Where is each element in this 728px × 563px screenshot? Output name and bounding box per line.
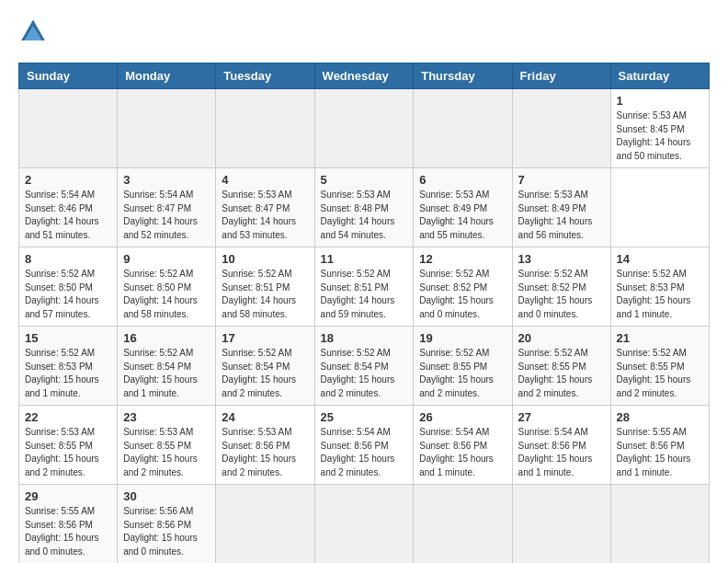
day-info: Sunrise: 5:55 AMSunset: 8:56 PMDaylight:…: [617, 426, 703, 479]
day-number: 28: [617, 410, 703, 424]
day-info: Sunrise: 5:53 AMSunset: 8:55 PMDaylight:…: [25, 426, 111, 479]
day-of-week-header: Saturday: [610, 63, 709, 89]
day-info: Sunrise: 5:53 AMSunset: 8:56 PMDaylight:…: [222, 426, 308, 479]
calendar-cell: [512, 485, 610, 564]
calendar-cell: 5Sunrise: 5:53 AMSunset: 8:48 PMDaylight…: [314, 168, 414, 247]
calendar-cell-empty: [19, 89, 118, 168]
calendar-week-row: 15Sunrise: 5:52 AMSunset: 8:53 PMDayligh…: [19, 327, 710, 406]
calendar-cell: 21Sunrise: 5:52 AMSunset: 8:55 PMDayligh…: [610, 327, 709, 406]
day-info: Sunrise: 5:53 AMSunset: 8:48 PMDaylight:…: [321, 189, 408, 242]
day-number: 14: [617, 252, 703, 266]
day-number: 16: [123, 331, 210, 345]
calendar-cell: 3Sunrise: 5:54 AMSunset: 8:47 PMDaylight…: [118, 168, 216, 247]
calendar-cell: 27Sunrise: 5:54 AMSunset: 8:56 PMDayligh…: [512, 406, 610, 485]
day-number: 1: [617, 94, 703, 108]
calendar-cell: 17Sunrise: 5:52 AMSunset: 8:54 PMDayligh…: [216, 327, 314, 406]
calendar-header-row: SundayMondayTuesdayWednesdayThursdayFrid…: [19, 63, 710, 89]
calendar-cell: 30Sunrise: 5:56 AMSunset: 8:56 PMDayligh…: [118, 485, 216, 564]
day-number: 22: [25, 410, 111, 424]
day-number: 2: [25, 173, 111, 187]
day-info: Sunrise: 5:52 AMSunset: 8:52 PMDaylight:…: [419, 268, 506, 321]
calendar-cell: 25Sunrise: 5:54 AMSunset: 8:56 PMDayligh…: [314, 406, 414, 485]
logo: [18, 18, 51, 48]
day-of-week-header: Sunday: [19, 63, 118, 89]
day-info: Sunrise: 5:52 AMSunset: 8:53 PMDaylight:…: [617, 268, 703, 321]
day-number: 20: [518, 331, 605, 345]
day-number: 18: [321, 331, 408, 345]
day-number: 10: [222, 252, 308, 266]
day-number: 30: [123, 489, 210, 503]
day-info: Sunrise: 5:52 AMSunset: 8:54 PMDaylight:…: [222, 347, 308, 400]
calendar-cell: 10Sunrise: 5:52 AMSunset: 8:51 PMDayligh…: [216, 247, 314, 327]
calendar-cell-empty: [414, 89, 512, 168]
page-header: [18, 18, 710, 48]
day-info: Sunrise: 5:54 AMSunset: 8:56 PMDaylight:…: [321, 426, 408, 479]
day-number: 11: [321, 252, 408, 266]
calendar-cell: 28Sunrise: 5:55 AMSunset: 8:56 PMDayligh…: [610, 406, 709, 485]
day-number: 21: [617, 331, 703, 345]
calendar-week-row: 22Sunrise: 5:53 AMSunset: 8:55 PMDayligh…: [19, 406, 710, 485]
day-info: Sunrise: 5:52 AMSunset: 8:51 PMDaylight:…: [321, 268, 408, 321]
day-number: 13: [518, 252, 605, 266]
calendar-cell: 1Sunrise: 5:53 AMSunset: 8:45 PMDaylight…: [610, 89, 709, 168]
day-of-week-header: Wednesday: [314, 63, 414, 89]
calendar-cell: 14Sunrise: 5:52 AMSunset: 8:53 PMDayligh…: [610, 247, 709, 327]
calendar-cell: [610, 485, 709, 564]
calendar-cell-empty: [216, 89, 314, 168]
calendar-cell: 9Sunrise: 5:52 AMSunset: 8:50 PMDaylight…: [118, 247, 216, 327]
day-info: Sunrise: 5:53 AMSunset: 8:49 PMDaylight:…: [518, 189, 605, 242]
calendar-cell-empty: [314, 89, 414, 168]
calendar-cell: 23Sunrise: 5:53 AMSunset: 8:55 PMDayligh…: [118, 406, 216, 485]
calendar-week-row: 2Sunrise: 5:54 AMSunset: 8:46 PMDaylight…: [19, 168, 710, 247]
day-number: 25: [321, 410, 408, 424]
day-info: Sunrise: 5:54 AMSunset: 8:46 PMDaylight:…: [25, 189, 111, 242]
day-info: Sunrise: 5:54 AMSunset: 8:56 PMDaylight:…: [419, 426, 506, 479]
day-number: 4: [222, 173, 308, 187]
calendar-week-row: 29Sunrise: 5:55 AMSunset: 8:56 PMDayligh…: [19, 485, 710, 564]
day-info: Sunrise: 5:52 AMSunset: 8:55 PMDaylight:…: [617, 347, 703, 400]
day-number: 8: [25, 252, 111, 266]
day-info: Sunrise: 5:55 AMSunset: 8:56 PMDaylight:…: [25, 505, 111, 558]
day-info: Sunrise: 5:56 AMSunset: 8:56 PMDaylight:…: [123, 505, 210, 558]
day-info: Sunrise: 5:52 AMSunset: 8:54 PMDaylight:…: [321, 347, 408, 400]
calendar-cell: 19Sunrise: 5:52 AMSunset: 8:55 PMDayligh…: [414, 327, 512, 406]
day-number: 6: [419, 173, 506, 187]
day-of-week-header: Monday: [118, 63, 216, 89]
calendar-cell: 22Sunrise: 5:53 AMSunset: 8:55 PMDayligh…: [19, 406, 118, 485]
day-info: Sunrise: 5:53 AMSunset: 8:45 PMDaylight:…: [617, 109, 703, 163]
day-number: 12: [419, 252, 506, 266]
day-number: 26: [419, 410, 506, 424]
day-number: 24: [222, 410, 308, 424]
calendar-week-row: 1Sunrise: 5:53 AMSunset: 8:45 PMDaylight…: [19, 89, 710, 168]
calendar-cell: 20Sunrise: 5:52 AMSunset: 8:55 PMDayligh…: [512, 327, 610, 406]
calendar-week-row: 8Sunrise: 5:52 AMSunset: 8:50 PMDaylight…: [19, 247, 710, 327]
day-number: 15: [25, 331, 111, 345]
day-info: Sunrise: 5:52 AMSunset: 8:50 PMDaylight:…: [123, 268, 210, 321]
day-of-week-header: Friday: [512, 63, 610, 89]
day-info: Sunrise: 5:53 AMSunset: 8:49 PMDaylight:…: [419, 189, 506, 242]
calendar-table: SundayMondayTuesdayWednesdayThursdayFrid…: [18, 63, 710, 563]
calendar-cell: 24Sunrise: 5:53 AMSunset: 8:56 PMDayligh…: [216, 406, 314, 485]
calendar-cell: 15Sunrise: 5:52 AMSunset: 8:53 PMDayligh…: [19, 327, 118, 406]
calendar-cell: [414, 485, 512, 564]
day-number: 17: [222, 331, 308, 345]
day-number: 19: [419, 331, 506, 345]
calendar-cell: 6Sunrise: 5:53 AMSunset: 8:49 PMDaylight…: [414, 168, 512, 247]
day-number: 9: [123, 252, 210, 266]
calendar-cell: 29Sunrise: 5:55 AMSunset: 8:56 PMDayligh…: [19, 485, 118, 564]
day-of-week-header: Tuesday: [216, 63, 314, 89]
day-info: Sunrise: 5:52 AMSunset: 8:55 PMDaylight:…: [518, 347, 605, 400]
day-info: Sunrise: 5:52 AMSunset: 8:54 PMDaylight:…: [123, 347, 210, 400]
calendar-cell: 7Sunrise: 5:53 AMSunset: 8:49 PMDaylight…: [512, 168, 610, 247]
day-info: Sunrise: 5:52 AMSunset: 8:50 PMDaylight:…: [25, 268, 111, 321]
calendar-cell: 12Sunrise: 5:52 AMSunset: 8:52 PMDayligh…: [414, 247, 512, 327]
calendar-cell: 16Sunrise: 5:52 AMSunset: 8:54 PMDayligh…: [118, 327, 216, 406]
day-number: 27: [518, 410, 605, 424]
calendar-cell: [216, 485, 314, 564]
day-info: Sunrise: 5:52 AMSunset: 8:52 PMDaylight:…: [518, 268, 605, 321]
logo-icon: [18, 18, 48, 48]
day-info: Sunrise: 5:54 AMSunset: 8:47 PMDaylight:…: [123, 189, 210, 242]
day-info: Sunrise: 5:54 AMSunset: 8:56 PMDaylight:…: [518, 426, 605, 479]
calendar-cell: [314, 485, 414, 564]
calendar-cell: 13Sunrise: 5:52 AMSunset: 8:52 PMDayligh…: [512, 247, 610, 327]
